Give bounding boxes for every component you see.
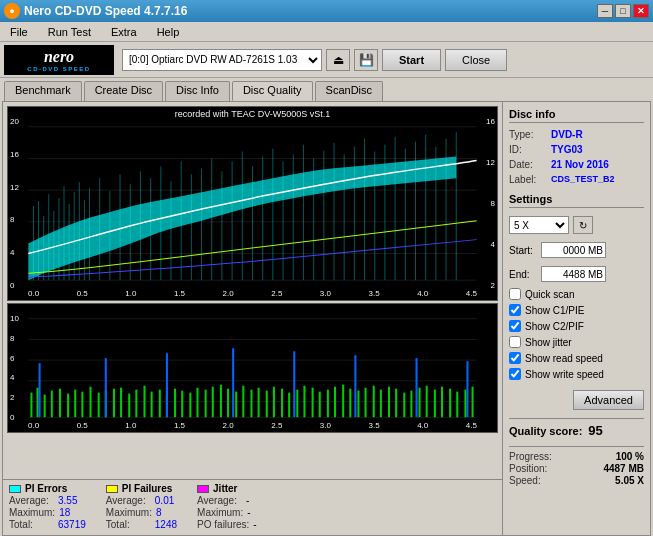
svg-rect-123 xyxy=(293,351,295,417)
start-button[interactable]: Start xyxy=(382,49,441,71)
show-c2pif-checkbox[interactable] xyxy=(509,320,521,332)
svg-rect-125 xyxy=(416,358,418,417)
svg-rect-72 xyxy=(120,388,122,418)
progress-row: Progress: 100 % xyxy=(509,451,644,462)
position-row: Position: 4487 MB xyxy=(509,463,644,474)
svg-rect-109 xyxy=(403,393,405,418)
disc-id-value: TYG03 xyxy=(551,144,583,155)
svg-rect-69 xyxy=(98,393,100,418)
charts-area: recorded with TEAC DV-W5000S vSt.1 20 16… xyxy=(3,102,502,479)
svg-rect-65 xyxy=(67,394,69,418)
logo-nero: nero xyxy=(44,48,74,66)
pi-errors-avg-label: Average: xyxy=(9,495,54,506)
jitter-avg-label: Average: xyxy=(197,495,242,506)
refresh-button[interactable]: ↻ xyxy=(573,216,593,234)
tab-benchmark[interactable]: Benchmark xyxy=(4,81,82,101)
jitter-group: Jitter Average: - Maximum: - PO failures… xyxy=(197,483,257,532)
show-c2pif-row: Show C2/PIF xyxy=(509,320,644,332)
tab-disc-info[interactable]: Disc Info xyxy=(165,81,230,101)
show-c1pie-checkbox[interactable] xyxy=(509,304,521,316)
jitter-max-val: - xyxy=(247,507,250,518)
pi-failures-group: PI Failures Average: 0.01 Maximum: 8 Tot… xyxy=(106,483,177,532)
svg-rect-83 xyxy=(205,390,207,418)
advanced-button[interactable]: Advanced xyxy=(573,390,644,410)
quick-scan-checkbox[interactable] xyxy=(509,288,521,300)
show-jitter-checkbox[interactable] xyxy=(509,336,521,348)
menu-run-test[interactable]: Run Test xyxy=(42,24,97,40)
jitter-label: Jitter xyxy=(213,483,237,494)
svg-rect-82 xyxy=(196,388,198,418)
title-bar-left: ● Nero CD-DVD Speed 4.7.7.16 xyxy=(4,3,187,19)
tab-bar: Benchmark Create Disc Disc Info Disc Qua… xyxy=(0,78,653,101)
disc-type-row: Type: DVD-R xyxy=(509,129,644,140)
svg-rect-108 xyxy=(395,389,397,418)
pi-failures-total-label: Total: xyxy=(106,519,151,530)
start-label: Start: xyxy=(509,245,537,256)
svg-rect-118 xyxy=(472,387,474,418)
y-axis-left-top: 20 16 12 8 4 0 xyxy=(10,117,19,290)
end-mb-row: End: xyxy=(509,266,644,282)
pi-failures-avg-val: 0.01 xyxy=(155,495,174,506)
svg-rect-87 xyxy=(235,392,237,418)
top-chart-svg xyxy=(8,107,497,300)
tab-create-disc[interactable]: Create Disc xyxy=(84,81,163,101)
maximize-button[interactable]: □ xyxy=(615,4,631,18)
disc-label-row: Label: CDS_TEST_B2 xyxy=(509,174,644,185)
save-icon-btn[interactable]: 💾 xyxy=(354,49,378,71)
toolbar: nero CD-DVD SPEED [0:0] Optiarc DVD RW A… xyxy=(0,42,653,78)
pi-failures-color xyxy=(106,485,118,493)
svg-rect-115 xyxy=(449,389,451,418)
menu-help[interactable]: Help xyxy=(151,24,186,40)
progress-section: Progress: 100 % Position: 4487 MB Speed:… xyxy=(509,446,644,487)
svg-rect-73 xyxy=(128,394,130,418)
disc-label-value: CDS_TEST_B2 xyxy=(551,174,615,185)
menu-file[interactable]: File xyxy=(4,24,34,40)
svg-rect-117 xyxy=(464,390,466,418)
settings-title: Settings xyxy=(509,193,644,208)
end-mb-input[interactable] xyxy=(541,266,606,282)
show-read-checkbox[interactable] xyxy=(509,352,521,364)
eject-icon-btn[interactable]: ⏏ xyxy=(326,49,350,71)
pi-failures-max-val: 8 xyxy=(156,507,162,518)
disc-type-value: DVD-R xyxy=(551,129,583,140)
show-write-checkbox[interactable] xyxy=(509,368,521,380)
speed-row: Speed: 5.05 X xyxy=(509,475,644,486)
tab-disc-quality[interactable]: Disc Quality xyxy=(232,81,313,101)
svg-rect-104 xyxy=(365,388,367,418)
toolbar-close-button[interactable]: Close xyxy=(445,49,507,71)
quality-score-label: Quality score: xyxy=(509,425,582,437)
minimize-button[interactable]: ─ xyxy=(597,4,613,18)
svg-rect-101 xyxy=(342,385,344,417)
svg-rect-99 xyxy=(327,390,329,418)
title-bar-buttons: ─ □ ✕ xyxy=(597,4,649,18)
menu-bar: File Run Test Extra Help xyxy=(0,22,653,42)
svg-rect-95 xyxy=(296,390,298,418)
stats-bar: PI Errors Average: 3.55 Maximum: 18 Tota… xyxy=(3,479,502,535)
charts-stats-panel: recorded with TEAC DV-W5000S vSt.1 20 16… xyxy=(3,102,502,535)
quick-scan-row: Quick scan xyxy=(509,288,644,300)
start-mb-input[interactable] xyxy=(541,242,606,258)
quality-score-value: 95 xyxy=(588,423,602,438)
pi-errors-max-label: Maximum: xyxy=(9,507,55,518)
show-c2pif-label: Show C2/PIF xyxy=(525,321,584,332)
jitter-po-val: - xyxy=(253,519,256,530)
pi-errors-avg-val: 3.55 xyxy=(58,495,77,506)
pi-errors-total-val: 63719 xyxy=(58,519,86,530)
x-axis-labels-bottom: 0.0 0.5 1.0 1.5 2.0 2.5 3.0 3.5 4.0 4.5 xyxy=(28,421,477,430)
show-c1pie-label: Show C1/PIE xyxy=(525,305,584,316)
show-write-label: Show write speed xyxy=(525,369,604,380)
window-title: Nero CD-DVD Speed 4.7.7.16 xyxy=(24,4,187,18)
svg-rect-81 xyxy=(189,393,191,418)
disc-date-row: Date: 21 Nov 2016 xyxy=(509,159,644,170)
speed-select[interactable]: 5 X xyxy=(509,216,569,234)
pi-errors-max-val: 18 xyxy=(59,507,70,518)
progress-value: 100 % xyxy=(616,451,644,462)
menu-extra[interactable]: Extra xyxy=(105,24,143,40)
close-window-button[interactable]: ✕ xyxy=(633,4,649,18)
svg-rect-112 xyxy=(426,386,428,418)
svg-rect-71 xyxy=(113,389,115,418)
tab-scan-disc[interactable]: ScanDisc xyxy=(315,81,383,101)
svg-rect-68 xyxy=(90,387,92,418)
drive-select[interactable]: [0:0] Optiarc DVD RW AD-7261S 1.03 xyxy=(122,49,322,71)
svg-rect-61 xyxy=(37,388,39,418)
